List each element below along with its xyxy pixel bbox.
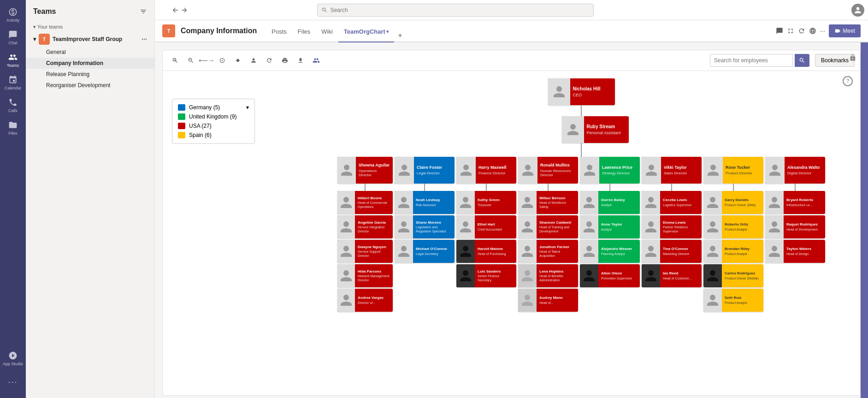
channel-release-planning[interactable]: Release Planning [26,69,154,80]
sidebar-item-teams[interactable]: Teams [0,49,26,71]
sub-carlos-box[interactable]: Carlos RodriguezProduct Owner (Mobile) [703,264,763,287]
sub-raquel-box[interactable]: Raquel RodriquezHead of Development [765,215,825,238]
sub-garry-box[interactable]: Garry DanielsProduct Owner (Web) [703,191,763,214]
director-name-6: Vikki Taylor [664,165,699,170]
ceo-node: Nicholas Hill CEO Ruby Str [534,78,629,143]
zoom-in-button[interactable] [168,54,182,67]
person-button[interactable] [247,54,260,67]
sub-hilbert-box[interactable]: Hilbert BooneHead of Commercial Operatio… [337,191,393,214]
sub-bryant-box[interactable]: Bryant RobertoInfrastructure Le... [765,191,825,214]
ceo-info: Nicholas Hill CEO [570,84,615,100]
filter-icon[interactable] [140,8,147,15]
tab-files[interactable]: Files [292,21,316,42]
more-options-icon[interactable]: ··· [820,27,826,35]
pa-box[interactable]: Ruby Stream Personal Assistant [562,116,629,143]
zoom-out-button[interactable] [184,54,198,67]
center-button[interactable] [215,54,229,67]
sub-roberto-box[interactable]: Roberto OrtizProduct Analyst [703,215,763,238]
teams-chart-button[interactable] [309,54,323,67]
sub-kathy-box[interactable]: Kathy GreenTreasurer [456,191,516,214]
col8-subnodes: Bryant RobertoInfrastructure Le... Raque… [765,191,825,263]
director-3: Harry Maxwell Finance Director Kathy Gre… [456,157,516,287]
print-button[interactable] [278,54,292,67]
back-arrow-icon[interactable] [171,6,179,14]
tab-teamorgchart[interactable]: TeamOrgChart ▾ [338,21,394,42]
sub-seth-box[interactable]: Seth RuizProduct Analyst [703,289,763,312]
director-box-5[interactable]: Lawrence Price Strategy Director [580,157,640,184]
sub-shane-box[interactable]: Shane MorenoLegislation and Regulation S… [395,215,455,238]
sub-jonathon-box[interactable]: Jonathon FarmerHead of Talent Acquisitio… [518,240,578,263]
sub-darren-box[interactable]: Darren BaileyAnalyst [580,191,640,214]
director-7: Rose Tucker Product Director Garry Danie… [703,157,763,312]
lock-icon[interactable] [845,50,860,66]
director-box-4[interactable]: Ronald Mullins Human Resources Director [518,157,578,184]
sub-brendan-box[interactable]: Brendan RileyProduct Analyst [703,240,763,263]
user-avatar[interactable] [851,4,864,17]
add-tab-button[interactable]: + [394,30,406,42]
globe-icon[interactable] [809,27,816,35]
search-employees-button[interactable] [795,54,809,67]
top-search[interactable] [317,4,594,17]
sub-ethel-box[interactable]: Ethel HartChief Accountant [456,215,516,238]
sub-harold-info: Harold MaloneHead of Purchasing [475,245,516,258]
director-box-6[interactable]: Vikki Taylor Sales Director [642,157,702,184]
sub-roberto-title: Product Analyst [725,228,761,232]
sub-tayton-box[interactable]: Tayton WatersHead of Design [765,240,825,263]
sub-lena-box[interactable]: Lena HopkinsHead of Benefits Administrat… [518,264,578,287]
channel-reorganiser-development[interactable]: Reorganiser Development [26,80,154,91]
sidebar-item-app-studio[interactable]: App Studio [1,347,25,370]
sidebar-item-calls[interactable]: Calls [0,94,26,117]
sidebar-item-chat[interactable]: Chat [0,26,26,49]
meet-button[interactable]: Meet [829,24,861,37]
teams-panel: Teams ▾ Your teams ▾ T TeamImprover Staf… [26,0,155,398]
ceo-box[interactable]: Nicholas Hill CEO [548,78,615,105]
sub-hida-box[interactable]: Hida ParsonsNetwork Management Director [337,264,393,287]
director-box-3[interactable]: Harry Maxwell Finance Director [456,157,516,184]
team-options-icon[interactable]: ··· [142,36,147,43]
sub-tina-box[interactable]: Tina O'ConnorMarketing Director [642,240,702,263]
sidebar-item-calendar[interactable]: Calendar [0,71,26,94]
sub-michael-box[interactable]: Michael O'ConnorLegal Secretary [395,240,455,263]
fit-button[interactable]: ⟵→ [200,54,213,67]
sidebar-item-files[interactable]: Files [0,117,26,139]
director-box-1[interactable]: Shewna Aguilar Operations Director [337,157,393,184]
forward-arrow-icon[interactable] [181,6,188,14]
d3-connector [486,184,487,191]
sidebar-item-more[interactable]: ··· [1,374,25,391]
sub-audrey-box[interactable]: Audrey MannHead of... [518,289,578,312]
sub-andrea-box[interactable]: Andrea VargasDirector of... [337,289,393,312]
sub-wilbur-box[interactable]: Wilbur BensonHead of Workforce Safety [518,191,578,214]
sub-luis-box[interactable]: Luis SandersSenior Finance Secretary [456,264,516,287]
director-box-8[interactable]: Alexandra Walto Digital Director [765,157,825,184]
legend-dropdown-germany[interactable]: ▾ [246,104,249,111]
sub-harold-box[interactable]: Harold MaloneHead of Purchasing [456,240,516,263]
search-input[interactable] [331,7,590,13]
refresh-chart-button[interactable] [262,54,276,67]
sub-anne-box[interactable]: Anne TaylorAnalyst [580,215,640,238]
tab-wiki[interactable]: Wiki [316,21,338,42]
sub-shannon-box[interactable]: Shannon CaldwellHead of Training and Dev… [518,215,578,238]
sub-alejandro-box[interactable]: Alejandro WeaverPlanning Analyst [580,240,640,263]
chat-icon[interactable] [776,27,783,35]
channel-general[interactable]: General [26,47,154,58]
sub-ian-box[interactable]: Ian ReedHead of Customer... [642,264,702,287]
team-group-header[interactable]: ▾ T TeamImprover Staff Group ··· [26,32,154,47]
tab-posts[interactable]: Posts [266,21,292,42]
side-panel-toggle[interactable] [861,42,868,398]
sub-noah-box[interactable]: Noah LindsayRisk Assessor [395,191,455,214]
sub-cecelia-box[interactable]: Cecelia LewisLogistics Supervisor [642,191,702,214]
expand-all-button[interactable] [231,54,245,67]
sub-donna-box[interactable]: Donna LewisPartner Relations Supervisor [642,215,702,238]
channel-company-information[interactable]: Company Information [26,58,154,69]
sub-alton-box[interactable]: Alton OlsonPromotion Supervisor [580,264,640,287]
sub-angeline-box[interactable]: Angeline GarciaService Integration Direc… [337,215,393,238]
search-employees-input[interactable] [710,54,793,67]
director-box-2[interactable]: Claire Foster Legal Director [395,157,455,184]
refresh-icon[interactable] [798,27,805,35]
export-button[interactable] [294,54,307,67]
sidebar-item-activity[interactable]: Activity [0,4,26,26]
expand-icon[interactable] [787,27,794,35]
sub-dwayne-box[interactable]: Dwayne NguyenService Support Director [337,240,393,263]
team-name: TeamImprover Staff Group [53,36,122,42]
director-box-7[interactable]: Rose Tucker Product Director [703,157,763,184]
